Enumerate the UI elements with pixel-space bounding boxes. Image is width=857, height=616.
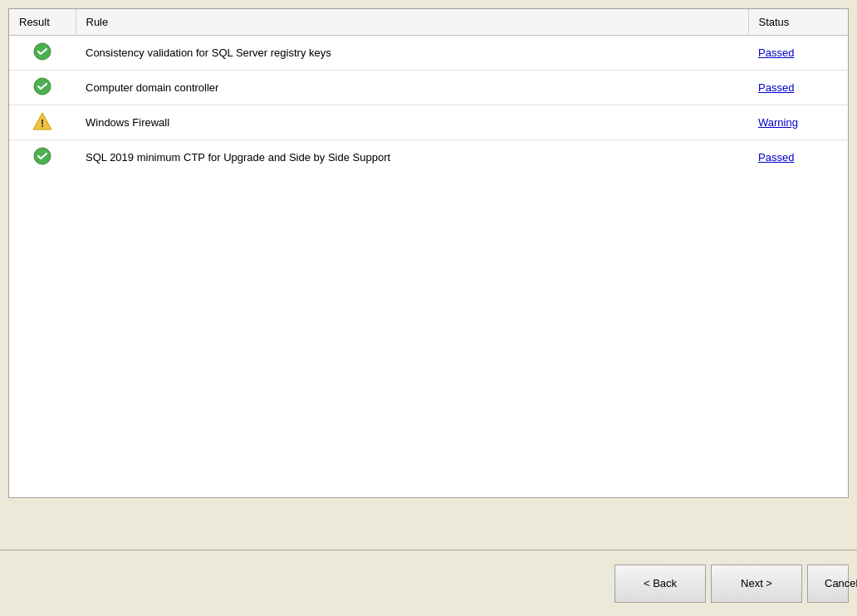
column-header-result: Result	[9, 9, 76, 36]
passed-status-link[interactable]: Passed	[758, 151, 794, 164]
pass-icon	[33, 77, 51, 95]
table-row: SQL 2019 minimum CTP for Upgrade and Sid…	[9, 140, 848, 175]
pass-icon	[33, 42, 51, 61]
passed-status-link[interactable]: Passed	[758, 81, 794, 94]
table-header-row: Result Rule Status	[9, 9, 848, 36]
main-container: Result Rule Status Consistency validatio…	[0, 0, 857, 616]
warning-icon: !	[32, 112, 52, 130]
table-row: ! Windows FirewallWarning	[9, 105, 848, 140]
column-header-status: Status	[748, 9, 848, 36]
validation-table: Result Rule Status Consistency validatio…	[9, 9, 848, 174]
footer-bar: < Back Next > Cancel	[0, 550, 857, 616]
result-cell	[9, 36, 76, 71]
validation-table-container: Result Rule Status Consistency validatio…	[8, 8, 849, 498]
status-cell[interactable]: Passed	[748, 71, 848, 105]
rule-cell: Computer domain controller	[76, 71, 748, 105]
cancel-button[interactable]: Cancel	[807, 565, 849, 603]
status-cell[interactable]: Warning	[748, 105, 848, 140]
passed-status-link[interactable]: Passed	[758, 46, 794, 59]
table-row: Consistency validation for SQL Server re…	[9, 36, 848, 71]
result-cell	[9, 140, 76, 175]
status-cell[interactable]: Passed	[748, 36, 848, 71]
svg-text:!: !	[41, 117, 44, 130]
table-row: Computer domain controllerPassed	[9, 71, 848, 105]
status-cell[interactable]: Passed	[748, 140, 848, 175]
column-header-rule: Rule	[76, 9, 748, 36]
rule-cell: Consistency validation for SQL Server re…	[76, 36, 748, 71]
back-button[interactable]: < Back	[615, 565, 706, 603]
result-cell: !	[9, 105, 76, 140]
content-area: Result Rule Status Consistency validatio…	[0, 0, 857, 550]
result-cell	[9, 71, 76, 105]
pass-icon	[33, 147, 51, 165]
next-button[interactable]: Next >	[711, 565, 802, 603]
rule-cell: SQL 2019 minimum CTP for Upgrade and Sid…	[76, 140, 748, 175]
warning-status-link[interactable]: Warning	[758, 116, 798, 129]
rule-cell: Windows Firewall	[76, 105, 748, 140]
